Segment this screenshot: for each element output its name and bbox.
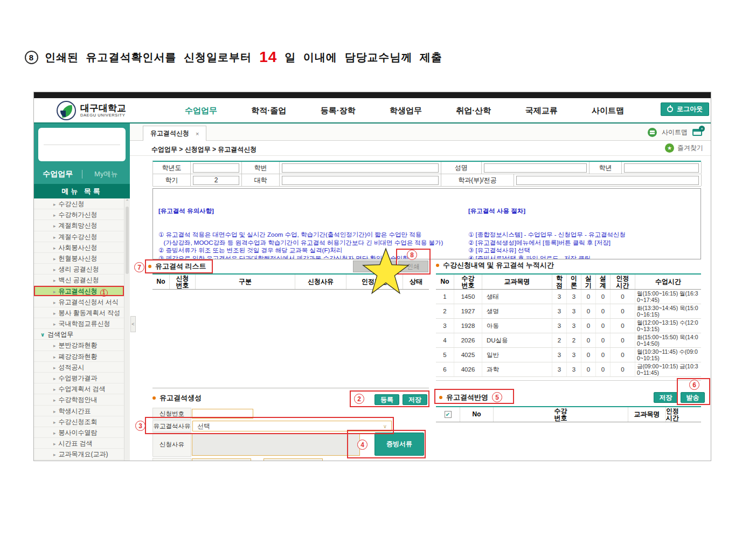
reason-type-select[interactable]: 선택 ∨ — [192, 421, 392, 431]
dept-field[interactable] — [516, 176, 699, 185]
sidebar-item[interactable]: 폐강강좌현황 — [34, 351, 124, 362]
sidebar-item-label: 백신 공결신청 — [59, 276, 99, 284]
nav-item[interactable]: 국제교류 — [525, 106, 558, 116]
column-header: No — [436, 275, 454, 289]
sidebar-item-label: 봉사이수열람 — [59, 429, 98, 436]
sidebar-item[interactable]: 계절수강신청 — [34, 231, 124, 242]
sidebar-item[interactable]: 분반강좌현황 — [34, 340, 124, 351]
period-label: 인정기간 — [152, 458, 191, 461]
apply-save-button[interactable]: 저장 — [654, 392, 678, 403]
apply-section-title: 유고결석반영 5 — [439, 392, 502, 402]
sitemap-label[interactable]: 사이트맵 — [662, 128, 688, 137]
sidebar-item[interactable]: 수강신청 — [34, 198, 124, 209]
breadcrumb: 수업업무 > 신청업무 > 유고결석신청 — [151, 145, 256, 154]
sidebar-item[interactable]: 교과목개요(교과) — [34, 449, 124, 459]
logout-button[interactable]: 로그아웃 — [661, 102, 709, 116]
college-field[interactable] — [282, 176, 439, 185]
sidebar-item[interactable]: 검색업무 — [34, 329, 124, 340]
sidebar-item[interactable]: 성적공시 — [34, 362, 124, 373]
nav-item[interactable]: 등록·장학 — [321, 106, 356, 116]
sidebar-item[interactable]: 백신 공결신청 — [34, 275, 124, 285]
sidebar-tab-mymenu[interactable]: My메뉴 — [82, 169, 130, 179]
submenu-arrow-icon — [53, 407, 59, 415]
attach-document-button[interactable]: 증빙서류 — [374, 433, 424, 456]
sidebar-scrollbar[interactable]: ⌃ — [124, 198, 130, 461]
sidebar-item[interactable]: 학생시간표 — [34, 406, 124, 416]
sidebar-tab-work[interactable]: 수업업무 — [34, 169, 82, 179]
year-field[interactable] — [193, 163, 239, 173]
semester-field[interactable]: 2 — [193, 176, 239, 185]
grade-field[interactable] — [624, 163, 699, 173]
cell-practice: 0 — [581, 362, 596, 376]
sidebar-item[interactable]: 취업정지출결 — [34, 460, 124, 462]
sidebar-item[interactable]: 봉사이수열람 — [34, 427, 124, 438]
send-button[interactable]: 발송 — [681, 392, 705, 403]
apply-buttons: 저장 발송 — [654, 392, 705, 403]
sidebar-item[interactable]: 생리 공결신청 — [34, 264, 124, 275]
instruction-highlight: 14 — [259, 49, 277, 66]
nav-item[interactable]: 학생업무 — [390, 106, 422, 116]
sidebar-item[interactable]: 국내학점교류신청 — [34, 318, 124, 329]
sidebar-item[interactable]: 수강학점안내 — [34, 394, 124, 405]
portal-screenshot: 대구대학교 DAEGU UNIVERSITY 수업업무 학적·졸업 등록·장학 … — [33, 92, 711, 461]
sidebar-item[interactable]: 수업계획서 검색 — [34, 383, 124, 394]
university-emblem-icon — [57, 101, 76, 120]
period-end-field[interactable] — [263, 458, 323, 461]
submenu-arrow-icon — [53, 255, 59, 262]
submenu-arrow-icon — [53, 320, 59, 327]
favorite-button[interactable]: ★ 즐겨찾기 — [665, 143, 703, 153]
cell-course-name: DU실용 — [482, 333, 552, 347]
sidebar-item[interactable]: 사회봉사신청 — [34, 242, 124, 253]
tab-close-icon[interactable]: × — [196, 131, 199, 137]
sidebar-item[interactable]: 계절희망신청 — [34, 220, 124, 231]
section-bullet-icon — [436, 264, 439, 267]
cell-course-no: 2026 — [454, 333, 482, 347]
reason-type-value: 선택 — [197, 422, 210, 431]
apply-reason-textarea[interactable] — [192, 434, 360, 456]
nav-item[interactable]: 수업업무 — [185, 106, 217, 116]
nav-item[interactable]: 학적·졸업 — [251, 106, 286, 116]
sidebar-item-label: 사회봉사신청 — [59, 244, 98, 251]
instruction-text-before: 인쇄된 유고결석확인서를 신청일로부터 — [45, 50, 252, 65]
sidebar-item[interactable]: 수업평가결과 — [34, 373, 124, 383]
name-field[interactable] — [484, 163, 587, 173]
university-logo[interactable]: 대구대학교 DAEGU UNIVERSITY — [57, 101, 126, 120]
sidebar-item[interactable]: 헌혈봉사신청 — [34, 253, 124, 264]
submenu-arrow-icon — [53, 429, 59, 436]
save-button[interactable]: 저장 — [403, 394, 427, 405]
submenu-arrow-icon — [53, 244, 59, 251]
studentno-field[interactable] — [282, 163, 439, 173]
sitemap-icon[interactable] — [648, 128, 657, 137]
request-no-field[interactable] — [192, 409, 253, 419]
sidebar-item[interactable]: 수강허가신청 — [34, 209, 124, 220]
column-header: 수강 번호 — [494, 407, 628, 422]
column-header: 수업시간 — [635, 275, 701, 289]
nav-item[interactable]: 취업·산학 — [456, 106, 491, 116]
scroll-up-icon[interactable]: ⌃ — [124, 199, 130, 204]
cell-course-no: 1927 — [454, 304, 482, 318]
sidebar-item[interactable]: 유고결석신청1 — [34, 286, 124, 297]
cell-no: 5 — [436, 348, 454, 362]
cell-course-name: 아동 — [482, 319, 552, 333]
scrollbar-thumb[interactable] — [126, 207, 129, 274]
enroll-table-row: 4 2026 DU실용 2 2 0 0 0 화(15:00~15:50) 목(1… — [436, 333, 701, 348]
cell-credit: 3 — [552, 319, 567, 333]
create-section-title: 유고결석생성 — [152, 393, 202, 403]
sidebar-item[interactable]: 봉사 활동계획서 작성 — [34, 307, 124, 318]
tab-yugo-absence[interactable]: 유고결석신청 × — [143, 126, 206, 141]
close-all-windows-icon[interactable] — [692, 129, 702, 136]
cell-course-name: 일반 — [482, 348, 552, 362]
register-button[interactable]: 등록 — [374, 394, 399, 405]
notice-left: [유고결석 유의사항] ① 유고결석 적용은 대면수업 및 실시간 Zoom 수… — [158, 191, 463, 259]
sidebar-item[interactable]: 수강신청조회 — [34, 416, 124, 427]
submenu-arrow-icon — [53, 211, 59, 218]
nav-item[interactable]: 사이트맵 — [592, 106, 624, 116]
sidebar-menu-list: 수강신청 수강허가신청 계절희망신청 계절수강신청 — [34, 198, 130, 461]
sidebar-item[interactable]: 시간표 검색 — [34, 438, 124, 449]
cell-theory: 3 — [567, 290, 581, 304]
apply-reason-label: 신청사유 — [152, 433, 191, 457]
period-start-field[interactable] — [192, 458, 251, 461]
sidebar-collapse-handle[interactable] — [130, 316, 136, 332]
checkbox-checked-icon[interactable]: ✔ — [445, 411, 452, 418]
sidebar-item[interactable]: 유고결석신청서 서식 — [34, 297, 124, 307]
